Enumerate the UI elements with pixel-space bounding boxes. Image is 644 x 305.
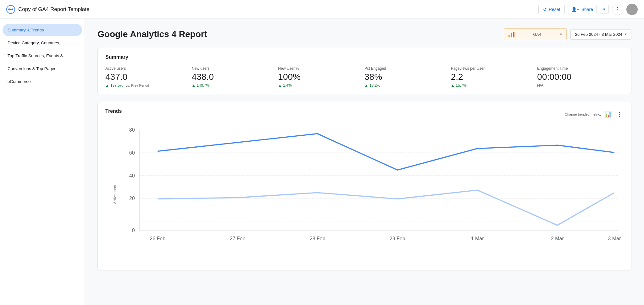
trends-header: Trends Change trended metric: 📊 ⋮ xyxy=(105,108,624,120)
sidebar-item-ecommerce[interactable]: eCommerce xyxy=(3,75,82,88)
metric-value-active-users: 437.0 xyxy=(105,72,187,82)
svg-point-2 xyxy=(11,8,13,10)
metric-pageviews-per-user: Pageviews per User 2.2 ▲ 15.7% xyxy=(451,66,537,88)
trends-chart-svg: 80 60 40 20 0 26 Feb 27 Feb 28 Feb 29 Fe… xyxy=(121,125,624,253)
chart-container: Active users 80 60 40 20 0 xyxy=(105,125,624,264)
sidebar-item-summary-trends[interactable]: Summary & Trends xyxy=(3,24,82,36)
header-left: Copy of GA4 Report Template xyxy=(6,5,89,14)
metrics-row: Active users 437.0 ▲ 137.5% vs. Prev Per… xyxy=(105,66,624,88)
chart-type-button[interactable]: 📊 xyxy=(603,110,613,119)
metric-label-new-user-pct: New User % xyxy=(278,66,359,71)
header-right: ↺ Reset 👤+ Share ▾ ⋮ xyxy=(538,4,638,15)
series1-line xyxy=(158,134,614,170)
data-source-button[interactable]: GA4 ▾ xyxy=(504,28,567,40)
svg-text:80: 80 xyxy=(129,127,135,133)
bar2 xyxy=(511,33,512,37)
metric-label-pct-engaged: Pct Engaged xyxy=(364,66,446,71)
main-content: Google Analytics 4 Report GA4 ▾ 26 Feb 2… xyxy=(85,19,644,305)
app-title: Copy of GA4 Report Template xyxy=(18,6,89,13)
data-source-label: GA4 xyxy=(517,32,558,37)
metric-change-pageviews: ▲ 15.7% xyxy=(451,83,532,88)
bar-chart-icon: 📊 xyxy=(605,111,612,117)
metric-value-new-users: 438.0 xyxy=(192,72,273,82)
metric-value-new-user-pct: 100% xyxy=(278,72,359,82)
more-vert-icon: ⋮ xyxy=(617,111,622,117)
reset-icon: ↺ xyxy=(543,7,547,12)
metric-change-new-users: ▲ 140.7% xyxy=(192,83,273,88)
reset-button[interactable]: ↺ Reset xyxy=(538,5,565,14)
sidebar-item-conversions[interactable]: Conversions & Top Pages xyxy=(3,63,82,75)
main-layout: Summary & Trends Device Category, Countr… xyxy=(0,19,644,305)
series2-line xyxy=(158,190,614,225)
metric-change-active-users: ▲ 137.5% vs. Prev Period xyxy=(105,83,187,88)
up-arrow-1: ▲ xyxy=(192,83,196,88)
trends-more-button[interactable]: ⋮ xyxy=(615,110,624,119)
svg-text:26 Feb: 26 Feb xyxy=(150,236,165,241)
ga4-icon xyxy=(508,31,514,37)
svg-text:20: 20 xyxy=(129,196,135,201)
metric-label-pageviews: Pageviews per User xyxy=(451,66,532,71)
metric-pct-engaged: Pct Engaged 38% ▲ 18.2% xyxy=(364,66,451,88)
svg-text:2 Mar: 2 Mar xyxy=(551,236,564,241)
trends-title: Trends xyxy=(105,108,122,114)
up-arrow-3: ▲ xyxy=(364,83,368,88)
up-arrow-2: ▲ xyxy=(278,83,282,88)
svg-text:3 Mar: 3 Mar xyxy=(608,236,621,241)
metric-new-users: New users 438.0 ▲ 140.7% xyxy=(192,66,278,88)
metric-label-engagement: Engagement Time xyxy=(537,66,619,71)
metric-label-active-users: Active users xyxy=(105,66,187,71)
metric-change-new-user-pct: ▲ 1.4% xyxy=(278,83,359,88)
svg-text:1 Mar: 1 Mar xyxy=(471,236,484,241)
metric-na-engagement: N/A xyxy=(537,83,619,88)
date-range-label: 26 Feb 2024 - 3 Mar 2024 xyxy=(575,32,622,37)
svg-text:29 Feb: 29 Feb xyxy=(390,236,405,241)
metric-change-pct-engaged: ▲ 18.2% xyxy=(364,83,446,88)
svg-text:40: 40 xyxy=(129,173,135,178)
summary-title: Summary xyxy=(105,54,624,60)
metric-value-engagement: 00:00:00 xyxy=(537,72,619,82)
metric-vs-0: vs. Prev Period xyxy=(126,84,149,87)
data-source-dropdown-arrow: ▾ xyxy=(560,32,562,36)
app-logo xyxy=(6,5,15,14)
up-arrow-0: ▲ xyxy=(105,83,109,88)
svg-text:28 Feb: 28 Feb xyxy=(310,236,325,241)
sidebar: Summary & Trends Device Category, Countr… xyxy=(0,19,85,305)
change-metric-label: Change trended metric: xyxy=(565,112,601,116)
share-icon: 👤+ xyxy=(571,7,579,12)
page-controls: GA4 ▾ 26 Feb 2024 - 3 Mar 2024 ▾ xyxy=(504,28,631,40)
up-arrow-4: ▲ xyxy=(451,83,455,88)
svg-text:27 Feb: 27 Feb xyxy=(230,236,246,241)
svg-text:0: 0 xyxy=(132,228,135,233)
svg-text:60: 60 xyxy=(129,150,135,155)
avatar-image xyxy=(626,4,638,15)
bar3 xyxy=(513,32,514,37)
metric-engagement-time: Engagement Time 00:00:00 N/A xyxy=(537,66,624,88)
date-dropdown-arrow: ▾ xyxy=(625,32,627,36)
svg-point-1 xyxy=(8,8,10,10)
share-dropdown-button[interactable]: ▾ xyxy=(600,5,609,14)
trends-controls: Change trended metric: 📊 ⋮ xyxy=(565,110,624,119)
page-title: Google Analytics 4 Report xyxy=(97,29,207,39)
share-button[interactable]: 👤+ Share xyxy=(568,5,597,14)
metric-new-user-pct: New User % 100% ▲ 1.4% xyxy=(278,66,364,88)
metric-label-new-users: New users xyxy=(192,66,273,71)
y-axis-label: Active users xyxy=(113,185,117,204)
user-avatar[interactable] xyxy=(626,4,638,15)
date-range-button[interactable]: 26 Feb 2024 - 3 Mar 2024 ▾ xyxy=(570,29,631,40)
page-header: Google Analytics 4 Report GA4 ▾ 26 Feb 2… xyxy=(97,28,631,40)
sidebar-item-top-traffic[interactable]: Top Traffic Sources, Events &... xyxy=(3,50,82,62)
sidebar-item-device-category[interactable]: Device Category, Countries, ... xyxy=(3,37,82,49)
bar1 xyxy=(508,35,510,37)
metric-value-pageviews: 2.2 xyxy=(451,72,532,82)
app-header: Copy of GA4 Report Template ↺ Reset 👤+ S… xyxy=(0,0,644,19)
metric-active-users: Active users 437.0 ▲ 137.5% vs. Prev Per… xyxy=(105,66,192,88)
metric-value-pct-engaged: 38% xyxy=(364,72,446,82)
more-options-button[interactable]: ⋮ xyxy=(612,4,623,15)
summary-card: Summary Active users 437.0 ▲ 137.5% vs. … xyxy=(97,48,631,94)
trends-card: Trends Change trended metric: 📊 ⋮ Active… xyxy=(97,102,631,270)
